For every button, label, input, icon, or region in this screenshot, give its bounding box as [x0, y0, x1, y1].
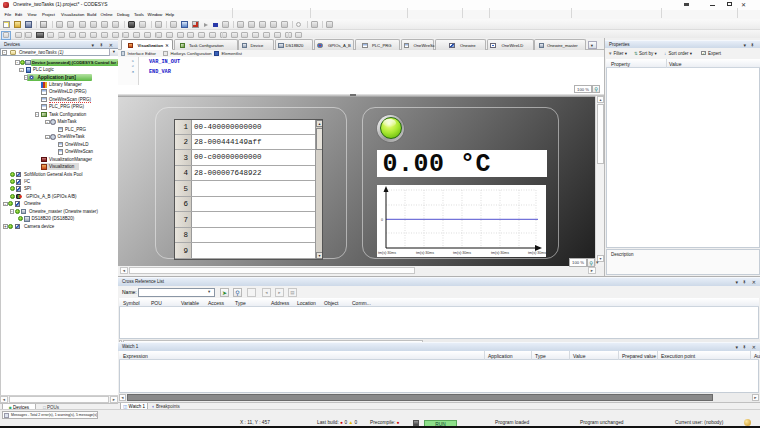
svg-text:tm(s):30ms: tm(s):30ms — [528, 251, 546, 255]
svg-text:tm(s):30ms: tm(s):30ms — [378, 251, 396, 255]
svg-text:tm(s):30ms: tm(s):30ms — [491, 251, 509, 255]
svg-text:0: 0 — [381, 218, 383, 222]
svg-text:tm(s):30ms: tm(s):30ms — [453, 251, 471, 255]
svg-text:tm(s):30ms: tm(s):30ms — [416, 251, 434, 255]
